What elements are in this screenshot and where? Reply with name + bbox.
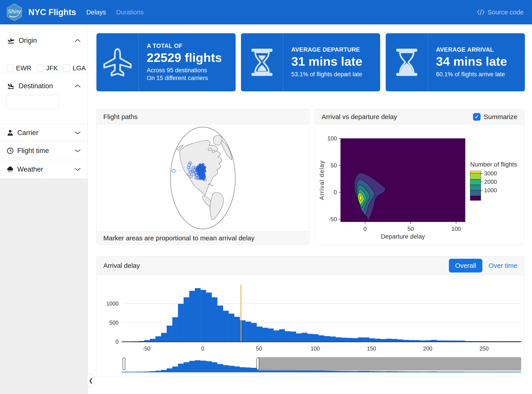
source-code-label: Source code: [487, 9, 524, 16]
heatmap-card: Arrival vs departure delay ✓ Summarize 0…: [315, 109, 524, 244]
source-code-link[interactable]: Source code: [477, 9, 524, 16]
chevron-down-icon: [74, 149, 81, 153]
tab-delays[interactable]: Delays: [86, 9, 106, 16]
svg-text:0: 0: [115, 339, 119, 345]
accordion-carrier-label: Carrier: [17, 129, 38, 137]
range-selector-veil: [258, 357, 521, 370]
accordion-destination-header[interactable]: Destination: [0, 73, 88, 97]
valuebox-title: AVERAGE ARRIVAL: [436, 46, 507, 53]
sidebar-collapse-button[interactable]: ❮: [88, 374, 94, 387]
checkbox-ewr[interactable]: [7, 65, 14, 72]
accordion-origin-header[interactable]: Origin: [0, 24, 88, 53]
svg-text:3000: 3000: [484, 170, 497, 177]
accordion-carrier-header[interactable]: Carrier: [0, 124, 88, 141]
flight-map-body: [97, 124, 309, 232]
plane-departure-icon: [7, 37, 15, 44]
svg-text:100: 100: [310, 345, 320, 352]
clock-icon: [7, 147, 14, 154]
chevron-down-icon: [74, 131, 81, 135]
heatmap-header: Arrival vs departure delay ✓ Summarize: [315, 109, 524, 124]
svg-text:50: 50: [256, 345, 262, 352]
accordion-weather-header[interactable]: Weather: [0, 160, 88, 179]
flight-paths-card: Flight paths Marker areas are proportion…: [96, 109, 309, 244]
arrival-delay-card: Arrival delay Overall Over time 05001000…: [96, 256, 524, 377]
valuebox-title: AVERAGE DEPARTURE: [291, 46, 362, 53]
svg-text:Arrival delay: Arrival delay: [318, 160, 325, 200]
valuebox-value: 22529 flights: [147, 51, 222, 65]
accordion-flight-time: Flight time: [0, 141, 88, 160]
chevron-left-icon: ❮: [89, 377, 93, 384]
flight-paths-header: Flight paths: [97, 109, 309, 124]
toggle-overall-button[interactable]: Overall: [449, 259, 482, 273]
flight-paths-footer: Marker areas are proportional to mean ar…: [97, 232, 309, 244]
svg-text:100: 100: [451, 225, 461, 232]
valuebox-avg-arrival: AVERAGE ARRIVAL 34 mins late 60.1% of fl…: [386, 33, 525, 91]
svg-text:50: 50: [331, 162, 337, 169]
accordion-flight-time-label: Flight time: [17, 147, 49, 155]
svg-text:150: 150: [367, 345, 376, 352]
checkbox-ewr-label: EWR: [16, 64, 31, 72]
tab-durations[interactable]: Durations: [116, 9, 144, 16]
flight-paths-title: Flight paths: [103, 113, 138, 121]
destination-input[interactable]: [6, 95, 59, 109]
svg-text:0: 0: [364, 225, 367, 232]
valuebox-subtitle-1: 53.1% of flights depart late: [291, 71, 362, 78]
valuebox-value: 31 mins late: [291, 55, 362, 68]
arrival-delay-histogram: 05001000-50050100150200250: [97, 275, 524, 355]
accordion-origin: Origin EWR JFK LGA: [0, 24, 88, 73]
svg-text:0: 0: [201, 345, 204, 352]
heatmap-title: Arrival vs departure delay: [322, 113, 397, 121]
checkbox-lga-label: LGA: [72, 64, 86, 72]
range-selector-handle-right[interactable]: [257, 358, 259, 370]
svg-text:1000: 1000: [106, 301, 119, 307]
summarize-checkbox[interactable]: ✓ Summarize: [473, 113, 517, 121]
app-title: NYC Flights: [28, 8, 76, 17]
airplane-icon: [96, 33, 139, 91]
checkbox-jfk[interactable]: [37, 65, 44, 72]
flight-map-globe[interactable]: [168, 124, 238, 232]
plane-arrival-icon: [7, 82, 15, 90]
accordion-destination-label: Destination: [19, 82, 53, 90]
accordion-origin-label: Origin: [19, 36, 37, 45]
svg-text:2000: 2000: [484, 178, 497, 185]
valuebox-subtitle-1: 60.1% of flights arrive late: [436, 71, 507, 78]
arrival-delay-header: Arrival delay Overall Over time: [97, 256, 524, 275]
valuebox-avg-departure: AVERAGE DEPARTURE 31 mins late 53.1% of …: [241, 33, 380, 91]
accordion-carrier: Carrier: [0, 124, 88, 141]
accordion-weather-label: Weather: [17, 166, 43, 173]
cloud-rain-icon: [7, 166, 14, 173]
svg-text:-50: -50: [143, 345, 150, 352]
histogram-view-toggle: Overall Over time: [449, 259, 517, 273]
toggle-overtime-link[interactable]: Over time: [489, 262, 517, 270]
hourglass-half-icon: [241, 33, 283, 91]
valuebox-total-flights: A TOTAL OF 22529 flights Across 95 desti…: [96, 33, 236, 91]
valuebox-subtitle-1: Across 95 destinations: [147, 67, 222, 74]
origin-checkbox-group: EWR JFK LGA: [0, 64, 88, 72]
sidebar: Origin EWR JFK LGA Destination: [0, 24, 88, 394]
svg-text:-50: -50: [329, 216, 337, 223]
svg-text:0: 0: [334, 189, 337, 196]
person-icon: [7, 129, 14, 136]
accordion-flight-time-header[interactable]: Flight time: [0, 141, 88, 160]
valuebox-title: A TOTAL OF: [147, 42, 222, 49]
histogram-range-selector[interactable]: [97, 356, 524, 376]
valuebox-subtitle-2: On 15 different carriers: [147, 74, 222, 82]
accordion-weather: Weather: [0, 160, 88, 179]
range-selector-handle-left[interactable]: [123, 358, 125, 370]
svg-text:200: 200: [423, 345, 433, 352]
checkbox-lga[interactable]: [63, 65, 70, 72]
arrival-delay-title: Arrival delay: [103, 262, 140, 270]
svg-text:50: 50: [408, 225, 414, 232]
navbar: Shiny NYC Flights Delays Durations Sourc…: [0, 0, 532, 24]
checkbox-checked-icon[interactable]: ✓: [473, 113, 480, 121]
contour-plot: 050100100500-50Departure delayArrival de…: [315, 124, 524, 244]
valuebox-value: 34 mins late: [436, 55, 507, 68]
chevron-down-icon: [74, 168, 81, 171]
summarize-label: Summarize: [484, 113, 517, 121]
chevron-up-icon: [74, 39, 81, 42]
checkbox-jfk-label: JFK: [46, 64, 58, 72]
svg-text:500: 500: [109, 320, 119, 326]
shiny-logo[interactable]: Shiny: [6, 3, 23, 21]
svg-text:Departure delay: Departure delay: [381, 233, 425, 240]
svg-text:250: 250: [480, 345, 489, 352]
